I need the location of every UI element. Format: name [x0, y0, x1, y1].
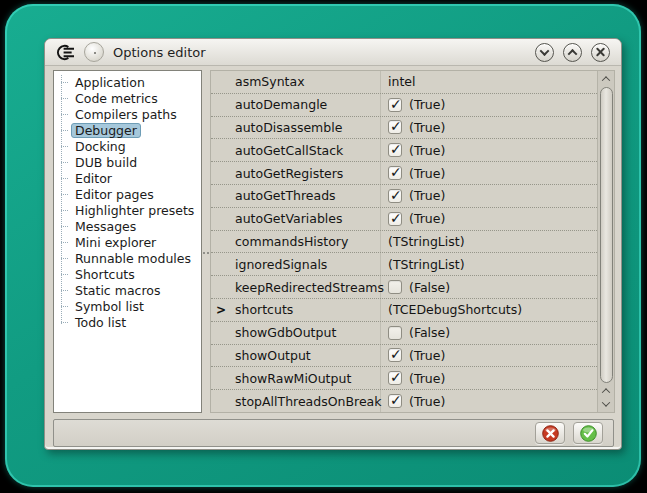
property-row[interactable]: commandsHistory (TStringList): [211, 231, 597, 254]
maximize-button[interactable]: [563, 43, 582, 62]
property-name[interactable]: shortcuts: [231, 299, 381, 321]
property-name[interactable]: showRawMiOutput: [231, 367, 381, 389]
sidebar-item-dub-build[interactable]: DUB build: [54, 154, 201, 170]
sidebar-item-highlighter-presets[interactable]: Highlighter presets: [54, 202, 201, 218]
property-value[interactable]: (TCEDebugShortcuts): [381, 302, 597, 317]
scroll-up-button[interactable]: [600, 74, 613, 84]
property-value[interactable]: (TStringList): [381, 257, 597, 272]
sidebar-item-editor[interactable]: Editor: [54, 170, 201, 186]
property-row[interactable]: asmSyntax intel: [211, 71, 597, 94]
close-icon: [595, 47, 606, 58]
property-name[interactable]: commandsHistory: [231, 231, 381, 253]
property-name[interactable]: ignoredSignals: [231, 253, 381, 275]
property-row[interactable]: showOutput (True): [211, 345, 597, 368]
row-gutter: [211, 139, 231, 161]
property-row[interactable]: autoGetThreads (True): [211, 185, 597, 208]
scroll-up-button-bottom[interactable]: [600, 386, 613, 396]
ok-button[interactable]: [573, 422, 603, 444]
value-text: (True): [409, 188, 445, 203]
titlebar[interactable]: Options editor: [45, 39, 621, 66]
checkbox-checked-icon[interactable]: [388, 120, 402, 134]
property-row[interactable]: autoGetRegisters (True): [211, 162, 597, 185]
footer-toolbar: [53, 419, 614, 447]
value-text: (True): [409, 211, 445, 226]
sidebar-item-runnable-modules[interactable]: Runnable modules: [54, 250, 201, 266]
property-value[interactable]: (True): [381, 211, 597, 226]
property-name[interactable]: autoGetVariables: [231, 208, 381, 230]
value-text: intel: [388, 74, 415, 89]
row-gutter: [211, 71, 231, 93]
sidebar-item-label: Runnable modules: [71, 251, 195, 266]
property-row[interactable]: showGdbOutput (False): [211, 322, 597, 345]
sidebar-item-todo-list[interactable]: Todo list: [54, 314, 201, 330]
row-gutter: [211, 231, 231, 253]
property-row[interactable]: ignoredSignals (TStringList): [211, 253, 597, 276]
close-button[interactable]: [591, 43, 610, 62]
property-name[interactable]: showOutput: [231, 345, 381, 367]
panel-splitter[interactable]: [202, 70, 210, 413]
property-value[interactable]: (True): [381, 371, 597, 386]
property-name[interactable]: showGdbOutput: [231, 322, 381, 344]
sidebar-item-application[interactable]: Application: [54, 74, 201, 90]
tree-guide: [61, 290, 68, 291]
checkbox-checked-icon[interactable]: [388, 98, 402, 112]
checkbox-checked-icon[interactable]: [388, 394, 402, 408]
checkbox-checked-icon[interactable]: [388, 143, 402, 157]
property-row-selected[interactable]: > shortcuts (TCEDebugShortcuts): [211, 299, 597, 322]
property-value[interactable]: (True): [381, 348, 597, 363]
checkbox-unchecked-icon[interactable]: [388, 280, 402, 294]
property-name[interactable]: autoGetCallStack: [231, 139, 381, 161]
minimize-button[interactable]: [535, 43, 554, 62]
sidebar-item-mini-explorer[interactable]: Mini explorer: [54, 234, 201, 250]
property-row[interactable]: autoGetCallStack (True): [211, 139, 597, 162]
sidebar-item-docking[interactable]: Docking: [54, 138, 201, 154]
property-value[interactable]: (True): [381, 143, 597, 158]
sidebar-item-symbol-list[interactable]: Symbol list: [54, 298, 201, 314]
property-value[interactable]: (True): [381, 166, 597, 181]
checkbox-checked-icon[interactable]: [388, 371, 402, 385]
property-value[interactable]: intel: [381, 74, 597, 89]
property-name[interactable]: autoGetThreads: [231, 185, 381, 207]
property-value[interactable]: (True): [381, 120, 597, 135]
property-name[interactable]: autoDemangle: [231, 94, 381, 116]
property-value[interactable]: (True): [381, 394, 597, 409]
checkbox-checked-icon[interactable]: [388, 348, 402, 362]
scrollbar-thumb[interactable]: [600, 87, 613, 383]
checkbox-unchecked-icon[interactable]: [388, 326, 402, 340]
property-row[interactable]: showRawMiOutput (True): [211, 367, 597, 390]
sidebar-item-debugger[interactable]: Debugger: [54, 122, 201, 138]
property-row[interactable]: stopAllThreadsOnBreak (True): [211, 390, 597, 412]
cancel-button[interactable]: [535, 422, 565, 444]
sidebar-item-compilers-paths[interactable]: Compilers paths: [54, 106, 201, 122]
property-row[interactable]: autoDemangle (True): [211, 94, 597, 117]
row-gutter: [211, 390, 231, 412]
property-value[interactable]: (True): [381, 188, 597, 203]
property-name[interactable]: autoGetRegisters: [231, 162, 381, 184]
checkbox-checked-icon[interactable]: [388, 212, 402, 226]
tree-guide: [61, 226, 68, 227]
checkbox-checked-icon[interactable]: [388, 166, 402, 180]
property-row[interactable]: autoGetVariables (True): [211, 208, 597, 231]
property-value[interactable]: (False): [381, 280, 597, 295]
property-value[interactable]: (False): [381, 325, 597, 340]
checkbox-checked-icon[interactable]: [388, 189, 402, 203]
scroll-down-button[interactable]: [600, 399, 613, 409]
window-menu-button[interactable]: [84, 42, 104, 62]
sidebar-item-static-macros[interactable]: Static macros: [54, 282, 201, 298]
vertical-scrollbar[interactable]: [597, 71, 614, 412]
desktop-frame: Options editor Application Code metrics …: [5, 4, 641, 487]
app-logo-icon: [56, 44, 75, 61]
property-name[interactable]: stopAllThreadsOnBreak: [231, 390, 381, 412]
sidebar-item-code-metrics[interactable]: Code metrics: [54, 90, 201, 106]
property-row[interactable]: autoDisassemble (True): [211, 117, 597, 140]
property-value[interactable]: (True): [381, 97, 597, 112]
property-name[interactable]: keepRedirectedStreams: [231, 276, 381, 298]
sidebar-item-editor-pages[interactable]: Editor pages: [54, 186, 201, 202]
sidebar-item-label: Messages: [71, 219, 140, 234]
property-name[interactable]: autoDisassemble: [231, 117, 381, 139]
sidebar-item-messages[interactable]: Messages: [54, 218, 201, 234]
property-name[interactable]: asmSyntax: [231, 71, 381, 93]
property-value[interactable]: (TStringList): [381, 234, 597, 249]
sidebar-item-shortcuts[interactable]: Shortcuts: [54, 266, 201, 282]
property-row[interactable]: keepRedirectedStreams (False): [211, 276, 597, 299]
